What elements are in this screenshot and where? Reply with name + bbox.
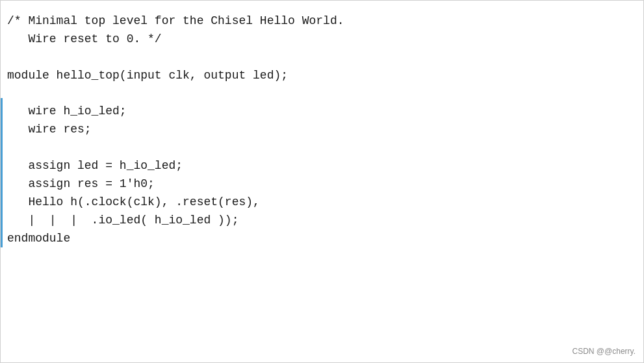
code-line-4: wire h_io_led;: [7, 105, 127, 118]
code-line-7: assign res = 1'h0;: [7, 177, 155, 190]
code-line-9: | | | .io_led( h_io_led ));: [7, 214, 238, 227]
left-bar-indicator: [1, 98, 3, 247]
code-line-6: assign led = h_io_led;: [7, 159, 183, 172]
code-line-3: module hello_top(input clk, output led);: [7, 69, 288, 82]
code-line-8: Hello h(.clock(clk), .reset(res),: [7, 195, 260, 208]
watermark: CSDN @@cherry.: [573, 347, 636, 356]
code-line-5: wire res;: [7, 123, 92, 136]
code-container: /* Minimal top level for the Chisel Hell…: [0, 0, 644, 363]
code-line-1: /* Minimal top level for the Chisel Hell…: [7, 14, 344, 27]
code-block: /* Minimal top level for the Chisel Hell…: [1, 6, 643, 255]
code-line-2: Wire reset to 0. */: [7, 32, 162, 45]
code-line-10: endmodule: [7, 232, 70, 245]
